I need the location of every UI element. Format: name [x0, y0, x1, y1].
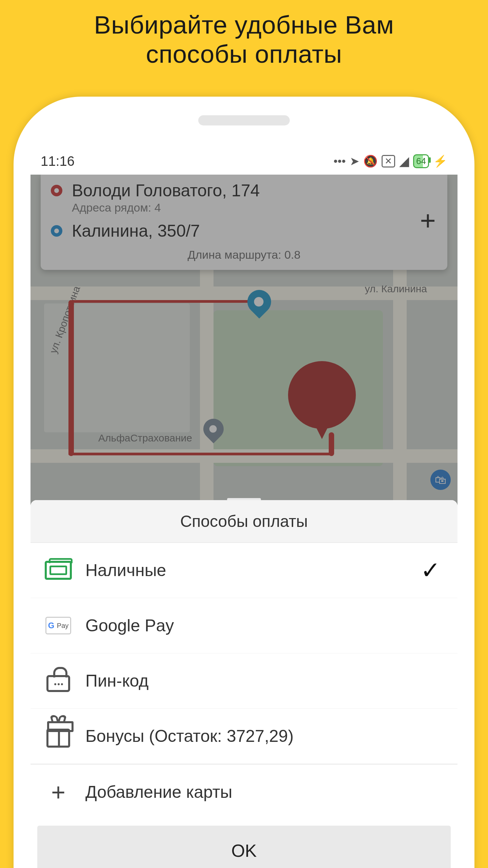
payment-label: Бонусы (Остаток: 3727,29) [85, 726, 293, 746]
wifi-icon: ◢ [399, 154, 409, 169]
selected-check-icon: ✓ [421, 556, 441, 584]
payment-option-pin[interactable]: Пин-код [30, 653, 458, 709]
sheet-title: Способы оплаты [30, 500, 458, 543]
add-card-button[interactable]: + Добавление карты [30, 765, 458, 820]
more-icon: ••• [333, 155, 346, 168]
charging-icon: ⚡ [433, 154, 447, 168]
payment-option-bonus[interactable]: Бонусы (Остаток: 3727,29) [30, 709, 458, 764]
payment-label: Наличные [85, 560, 166, 580]
gift-icon [45, 724, 72, 748]
status-time: 11:16 [41, 154, 75, 169]
payment-option-cash[interactable]: Наличные ✓ [30, 543, 458, 598]
phone-speaker [198, 115, 290, 125]
close-box-icon: ✕ [382, 155, 395, 167]
add-card-label: Добавление карты [85, 782, 232, 802]
dim-overlay [30, 175, 458, 507]
map-area[interactable]: 🛍 АльфаСтрахование ул. Калинина ул. Кроп… [30, 175, 458, 507]
ok-button[interactable]: OK [37, 826, 451, 868]
payment-label: Пин-код [85, 671, 148, 691]
phone-screen: 11:16 ••• ➤ 🔕 ✕ ◢ 64 ⚡ [30, 147, 458, 868]
lock-icon [45, 669, 72, 693]
battery-icon: 64 [413, 154, 429, 168]
status-icons: ••• ➤ 🔕 ✕ ◢ 64 ⚡ [333, 154, 447, 169]
promo-title-line1: Выбирайте удобные Вам [94, 11, 394, 39]
cash-icon [45, 558, 72, 582]
status-bar: 11:16 ••• ➤ 🔕 ✕ ◢ 64 ⚡ [30, 147, 458, 175]
dnd-icon: 🔕 [363, 154, 378, 168]
phone-frame: 11:16 ••• ➤ 🔕 ✕ ◢ 64 ⚡ [14, 97, 474, 868]
google-pay-icon: G Pay [45, 614, 72, 637]
promo-title-line2: способы оплаты [146, 40, 342, 68]
ok-button-label: OK [231, 841, 257, 861]
payment-label: Google Pay [85, 616, 174, 635]
promo-title: Выбирайте удобные Вам способы оплаты [0, 10, 488, 69]
location-icon: ➤ [350, 154, 359, 168]
plus-icon: + [45, 780, 72, 804]
payment-option-gpay[interactable]: G Pay Google Pay [30, 598, 458, 653]
payment-sheet: Способы оплаты Наличные ✓ G Pay Google P… [30, 500, 458, 868]
